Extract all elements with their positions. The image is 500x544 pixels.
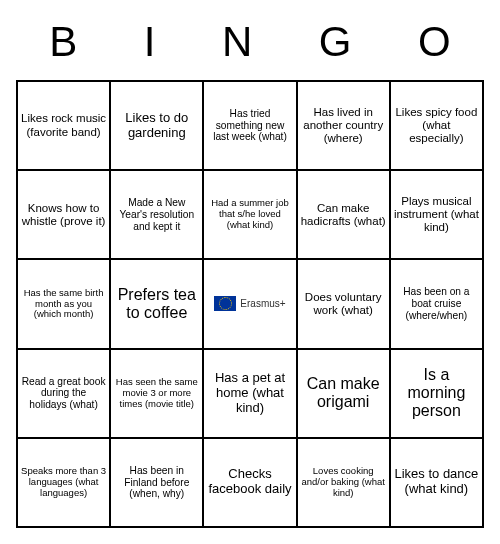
cell-text: Plays musical instrument (what kind)	[394, 195, 479, 235]
bingo-cell[interactable]: Can make hadicrafts (what)	[297, 170, 390, 259]
cell-text: Has the same birth month as you (which m…	[21, 288, 106, 321]
header-letter-i: I	[144, 18, 156, 66]
erasmus-text: Erasmus+	[240, 298, 285, 310]
bingo-cell[interactable]: Can make origami	[297, 349, 390, 438]
cell-text: Likes to do gardening	[114, 111, 199, 141]
cell-text: Loves cooking and/or baking (what kind)	[301, 466, 386, 499]
cell-text: Prefers tea to coffee	[114, 286, 199, 323]
eu-flag-icon	[214, 296, 236, 311]
cell-text: Knows how to whistle (prove it)	[21, 202, 106, 228]
cell-text: Can make origami	[301, 375, 386, 412]
bingo-cell[interactable]: Has tried something new last week (what)	[203, 81, 296, 170]
bingo-header: B I N G O	[16, 12, 484, 80]
bingo-cell[interactable]: Made a New Year's resolution and kept it	[110, 170, 203, 259]
bingo-cell[interactable]: Likes to dance (what kind)	[390, 438, 483, 527]
cell-text: Has tried something new last week (what)	[207, 108, 292, 143]
bingo-cell[interactable]: Likes rock music (favorite band)	[17, 81, 110, 170]
bingo-cell[interactable]: Does voluntary work (what)	[297, 259, 390, 348]
cell-text: Does voluntary work (what)	[301, 291, 386, 317]
cell-text: Has lived in another country (where)	[301, 106, 386, 146]
bingo-cell[interactable]: Read a great book during the holidays (w…	[17, 349, 110, 438]
cell-text: Read a great book during the holidays (w…	[21, 376, 106, 411]
header-letter-n: N	[222, 18, 252, 66]
bingo-cell[interactable]: Knows how to whistle (prove it)	[17, 170, 110, 259]
bingo-cell[interactable]: Has a pet at home (what kind)	[203, 349, 296, 438]
bingo-cell[interactable]: Had a summer job that s/he loved (what k…	[203, 170, 296, 259]
header-letter-g: G	[319, 18, 352, 66]
bingo-cell[interactable]: Has seen the same movie 3 or more times …	[110, 349, 203, 438]
bingo-cell[interactable]: Likes spicy food (what especially)	[390, 81, 483, 170]
bingo-cell[interactable]: Speaks more than 3 languages (what langu…	[17, 438, 110, 527]
bingo-cell[interactable]: Has lived in another country (where)	[297, 81, 390, 170]
cell-text: Checks facebook daily	[207, 467, 292, 497]
cell-text: Is a morning person	[394, 366, 479, 421]
bingo-cell[interactable]: Prefers tea to coffee	[110, 259, 203, 348]
cell-text: Made a New Year's resolution and kept it	[114, 197, 199, 232]
bingo-cell[interactable]: Is a morning person	[390, 349, 483, 438]
header-letter-b: B	[49, 18, 77, 66]
bingo-cell[interactable]: Loves cooking and/or baking (what kind)	[297, 438, 390, 527]
cell-text: Likes rock music (favorite band)	[21, 112, 106, 138]
bingo-grid: Likes rock music (favorite band) Likes t…	[16, 80, 484, 528]
cell-text: Has a pet at home (what kind)	[207, 371, 292, 416]
bingo-cell[interactable]: Plays musical instrument (what kind)	[390, 170, 483, 259]
bingo-cell[interactable]: Has the same birth month as you (which m…	[17, 259, 110, 348]
cell-text: Has been in Finland before (when, why)	[114, 465, 199, 500]
cell-text: Has seen the same movie 3 or more times …	[114, 377, 199, 410]
bingo-cell[interactable]: Has been on a boat cruise (where/when)	[390, 259, 483, 348]
bingo-card: B I N G O Likes rock music (favorite ban…	[0, 0, 500, 544]
bingo-cell[interactable]: Has been in Finland before (when, why)	[110, 438, 203, 527]
cell-text: Likes to dance (what kind)	[394, 467, 479, 497]
bingo-center-cell[interactable]: Erasmus+	[203, 259, 296, 348]
cell-text: Can make hadicrafts (what)	[301, 202, 386, 228]
cell-text: Likes spicy food (what especially)	[394, 106, 479, 146]
cell-text: Had a summer job that s/he loved (what k…	[207, 198, 292, 231]
header-letter-o: O	[418, 18, 451, 66]
erasmus-logo: Erasmus+	[214, 296, 285, 311]
cell-text: Speaks more than 3 languages (what langu…	[21, 466, 106, 499]
bingo-cell[interactable]: Checks facebook daily	[203, 438, 296, 527]
cell-text: Has been on a boat cruise (where/when)	[394, 286, 479, 321]
bingo-cell[interactable]: Likes to do gardening	[110, 81, 203, 170]
